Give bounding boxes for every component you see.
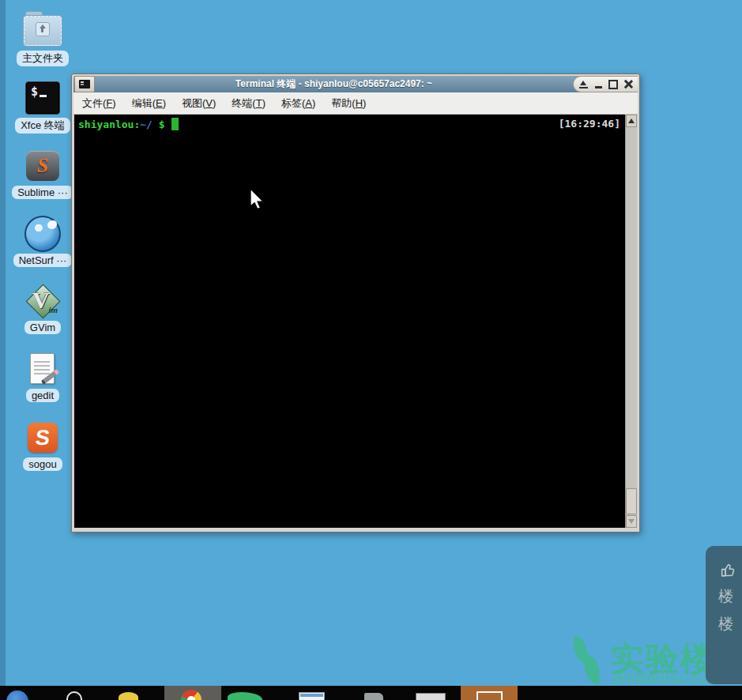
desktop-icon-label: sogou — [23, 457, 62, 471]
minimize-button[interactable] — [593, 79, 604, 90]
terminal-clock: [16:29:46] — [559, 118, 620, 130]
close-icon — [624, 80, 633, 88]
desktop-icon-gedit[interactable]: gedit — [3, 351, 82, 402]
taskbar — [0, 686, 742, 700]
desktop-icon-label: 主文件夹 — [17, 51, 69, 66]
menu-edit[interactable]: 编辑(E) — [125, 94, 173, 113]
frame-app-icon[interactable] — [476, 691, 503, 700]
shell-prompt: shiyanlou:~/ $ — [78, 118, 179, 130]
window-title: Terminal 终端 - shiyanlou@c05657ac2497: ~ — [95, 77, 573, 91]
accel-key: E — [156, 97, 163, 109]
gedit-icon — [25, 352, 60, 386]
browser-icon[interactable] — [6, 691, 28, 700]
arrow-up-icon — [628, 119, 635, 123]
terminal-screen[interactable]: shiyanlou:~/ $ [16:29:46] — [74, 115, 625, 528]
menu-file[interactable]: 文件(F) — [75, 94, 123, 113]
terminal-window: Terminal 终端 - shiyanlou@c05657ac2497: ~ … — [71, 73, 640, 533]
widget-char: 楼 — [718, 614, 733, 634]
menu-view[interactable]: 视图(V) — [175, 94, 223, 113]
sublime-icon: S — [26, 151, 59, 181]
prompt-user: shiyanlou: — [78, 119, 140, 130]
folder-icon[interactable] — [119, 692, 138, 700]
accel-key: V — [205, 97, 213, 109]
accel-key: A — [305, 97, 312, 109]
desktop-icon-xfce-terminal[interactable]: $ Xfce 终端 — [3, 80, 82, 134]
mouse-cursor — [250, 188, 266, 215]
home-folder-icon — [24, 16, 62, 46]
menu-tabs[interactable]: 标签(A) — [274, 94, 322, 113]
accel: ) — [262, 97, 266, 109]
desktop-icon-label: NetSurf ··· — [13, 254, 73, 267]
widget-char: 楼 — [718, 586, 733, 607]
accel: ) — [163, 97, 166, 109]
scroll-down-button[interactable] — [626, 515, 637, 528]
desktop-icon-label: GVim — [24, 321, 61, 334]
text-cursor — [171, 118, 179, 130]
desktop-icon-sogou[interactable]: S sogou — [3, 420, 82, 471]
window-app-icon[interactable] — [299, 692, 325, 700]
accel: ) — [312, 97, 315, 109]
desktop-icon-netsurf[interactable]: NetSurf ··· — [3, 216, 82, 267]
arrow-down-icon — [628, 519, 635, 524]
fish-icon[interactable] — [228, 692, 262, 700]
terminal-area: shiyanlou:~/ $ [16:29:46] — [74, 115, 637, 528]
accel-key: T — [256, 97, 262, 109]
prompt-symbol: $ — [153, 119, 165, 130]
desktop: 主文件夹 $ Xfce 终端 S Sublime ··· NetSurf ···… — [0, 0, 742, 700]
menubar: 文件(F) 编辑(E) 视图(V) 终端(T) 标签(A) 帮助(H) — [73, 92, 638, 115]
window-app-icon[interactable] — [416, 693, 446, 700]
desktop-icon-label: Xfce 终端 — [15, 118, 70, 134]
accel-key: H — [356, 97, 363, 109]
maximize-button[interactable] — [608, 79, 619, 90]
menu-terminal[interactable]: 终端(T) — [224, 94, 273, 113]
window-controls — [573, 76, 638, 92]
desktop-icon-gvim[interactable]: Vim GVim — [3, 283, 82, 334]
maximize-icon — [608, 80, 618, 89]
feedback-widget[interactable]: 楼 楼 — [706, 546, 742, 684]
close-button[interactable] — [623, 79, 634, 90]
desktop-icon-label: gedit — [26, 389, 59, 402]
scrollbar-thumb[interactable] — [626, 488, 637, 514]
vim-icon: Vim — [25, 284, 60, 318]
accel: ) — [112, 97, 115, 109]
menu-help[interactable]: 帮助(H) — [324, 94, 373, 113]
shiyanlou-logo: 实验楼 shiyanlou.com — [563, 630, 721, 687]
ring-icon[interactable] — [66, 691, 82, 700]
globe-icon — [24, 216, 61, 252]
accel: ) — [213, 97, 216, 109]
titlebar[interactable]: Terminal 终端 - shiyanlou@c05657ac2497: ~ — [73, 76, 638, 92]
prompt-path: ~/ — [140, 119, 153, 130]
scrollbar[interactable] — [625, 115, 637, 528]
scroll-up-button[interactable] — [626, 115, 637, 127]
desktop-icon-label: Sublime ··· — [12, 186, 73, 199]
shade-icon — [579, 81, 588, 88]
desktop-icon-sublime[interactable]: S Sublime ··· — [3, 148, 82, 199]
sogou-icon: S — [28, 423, 58, 453]
thumbs-up-icon — [719, 562, 736, 579]
window-menu-button[interactable] — [74, 76, 95, 92]
desktop-icon-home[interactable]: 主文件夹 — [3, 13, 82, 66]
terminal-icon: $ — [25, 81, 60, 115]
terminal-icon — [79, 80, 90, 88]
shade-button[interactable] — [578, 79, 589, 90]
gray-app-icon[interactable] — [364, 693, 383, 700]
minimize-icon — [595, 86, 602, 88]
accel: ) — [363, 97, 366, 109]
